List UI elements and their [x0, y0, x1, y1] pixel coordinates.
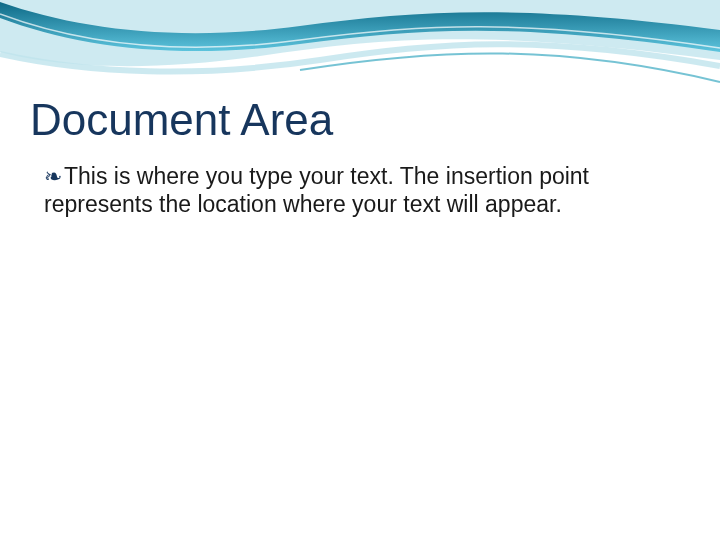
- bullet-text: This is where you type your text. The in…: [44, 163, 589, 217]
- bullet-item: ❧This is where you type your text. The i…: [30, 163, 690, 218]
- bullet-icon: ❧: [44, 164, 62, 189]
- slide-content: Document Area ❧This is where you type yo…: [30, 95, 690, 218]
- header-wave-decoration: [0, 0, 720, 100]
- slide-title: Document Area: [30, 95, 690, 145]
